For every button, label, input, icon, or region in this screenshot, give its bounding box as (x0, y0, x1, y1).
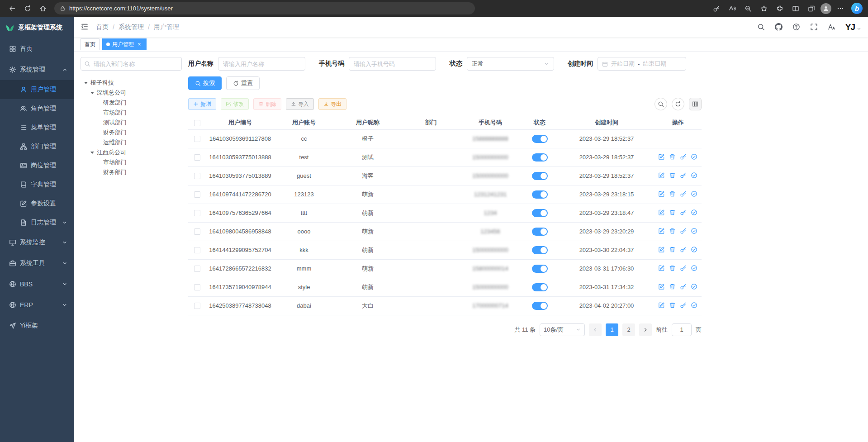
delete-icon[interactable] (669, 302, 676, 309)
tree-node[interactable]: 财务部门 (81, 128, 182, 138)
help-icon[interactable] (792, 23, 800, 31)
reset-password-icon[interactable] (680, 283, 687, 290)
table-row[interactable]: 1641735719040978944 style 萌新 15000000000… (188, 278, 702, 296)
tree-node[interactable]: 运维部门 (81, 138, 182, 147)
status-toggle[interactable] (532, 302, 548, 310)
search-button[interactable]: 搜索 (188, 76, 222, 90)
delete-icon[interactable] (669, 228, 676, 234)
assign-role-icon[interactable] (691, 246, 697, 253)
reset-password-icon[interactable] (680, 228, 687, 234)
site-permissions-icon[interactable] (60, 5, 66, 11)
sidebar-item-system-tools[interactable]: 系统工具 (0, 253, 74, 274)
reset-password-icon[interactable] (680, 246, 687, 253)
column-settings-button[interactable] (689, 98, 702, 110)
user-menu[interactable]: YJ (845, 23, 861, 31)
zoom-icon[interactable] (741, 2, 755, 15)
row-checkbox[interactable] (194, 228, 200, 235)
edit-icon[interactable] (658, 228, 665, 234)
status-toggle[interactable] (532, 153, 548, 162)
tree-node[interactable]: 测试部门 (81, 118, 182, 128)
app-logo[interactable]: 意框架管理系统 (0, 17, 74, 38)
status-toggle[interactable] (532, 172, 548, 180)
dept-search-input[interactable] (81, 57, 182, 71)
delete-icon[interactable] (669, 283, 676, 290)
sidebar-item-user-management[interactable]: 用户管理 (0, 80, 74, 99)
reset-password-icon[interactable] (680, 209, 687, 216)
github-icon[interactable] (775, 23, 783, 31)
row-checkbox[interactable] (194, 247, 200, 253)
tree-caret-icon[interactable] (90, 92, 94, 94)
table-row[interactable]: 1641030593775013889 guest 游客 15000000000… (188, 166, 702, 185)
breadcrumb-system[interactable]: 系统管理 (119, 23, 144, 31)
edit-icon[interactable] (658, 153, 665, 160)
table-row[interactable]: 1641097441472286720 123123 萌新 1231241231… (188, 185, 702, 204)
tree-caret-icon[interactable] (84, 82, 88, 84)
date-range-picker[interactable]: 开始日期 - 结束日期 (598, 57, 686, 71)
tree-node[interactable]: 研发部门 (81, 98, 182, 108)
assign-role-icon[interactable] (691, 190, 697, 197)
sidebar-item-system-management[interactable]: 系统管理 (0, 59, 74, 80)
tree-node[interactable]: 市场部门 (81, 108, 182, 118)
header-search-icon[interactable] (757, 23, 765, 31)
row-checkbox[interactable] (194, 173, 200, 179)
sidebar-item-bbs[interactable]: BBS (0, 274, 74, 295)
page-size-select[interactable]: 10条/页 (540, 323, 585, 336)
delete-icon[interactable] (669, 246, 676, 253)
split-screen-icon[interactable] (789, 2, 802, 15)
breadcrumb-home[interactable]: 首页 (96, 23, 109, 31)
edit-icon[interactable] (658, 190, 665, 197)
sidebar-item-system-monitor[interactable]: 系统监控 (0, 232, 74, 253)
browser-home-button[interactable] (36, 2, 50, 15)
table-row[interactable]: 1641097576365297664 tttt 萌新 1234 2023-03… (188, 204, 702, 222)
assign-role-icon[interactable] (691, 283, 697, 290)
copilot-icon[interactable]: b (851, 3, 863, 14)
delete-icon[interactable] (669, 172, 676, 179)
reset-password-icon[interactable] (680, 172, 687, 179)
sidebar-item-dict-management[interactable]: 字典管理 (0, 175, 74, 194)
tab-home[interactable]: 首页 (81, 38, 100, 50)
reset-password-icon[interactable] (680, 190, 687, 197)
table-row[interactable]: 1642503897748738048 dabai 大白 17000000714… (188, 296, 702, 315)
row-checkbox[interactable] (194, 303, 200, 309)
tab-user-management[interactable]: 用户管理 × (102, 38, 147, 50)
reset-password-icon[interactable] (680, 265, 687, 271)
sidebar-fold-icon[interactable] (81, 23, 90, 32)
tree-node[interactable]: 市场部门 (81, 157, 182, 167)
tree-caret-icon[interactable] (90, 152, 94, 154)
reset-password-icon[interactable] (680, 153, 687, 160)
export-button[interactable]: 导出 (318, 98, 346, 110)
add-button[interactable]: 新增 (188, 98, 216, 110)
sidebar-item-yi-framework[interactable]: Yi框架 (0, 315, 74, 336)
sidebar-item-home[interactable]: 首页 (0, 38, 74, 59)
status-toggle[interactable] (532, 283, 548, 291)
browser-back-button[interactable] (5, 2, 19, 15)
row-checkbox[interactable] (194, 154, 200, 161)
delete-icon[interactable] (669, 190, 676, 197)
delete-icon[interactable] (669, 209, 676, 216)
fullscreen-icon[interactable] (810, 23, 818, 31)
delete-button[interactable]: 删除 (253, 98, 281, 110)
sidebar-item-dept-management[interactable]: 部门管理 (0, 137, 74, 156)
extensions-icon[interactable] (773, 2, 787, 15)
status-toggle[interactable] (532, 246, 548, 254)
table-row[interactable]: 1641030593775013888 test 测试 15000000000 … (188, 148, 702, 166)
password-key-icon[interactable] (710, 2, 723, 15)
row-checkbox[interactable] (194, 191, 200, 198)
collections-icon[interactable] (805, 2, 818, 15)
browser-menu-icon[interactable] (834, 2, 847, 15)
tree-node[interactable]: 橙子科技 (81, 78, 182, 88)
page-1-button[interactable]: 1 (606, 323, 618, 336)
font-size-icon[interactable] (828, 23, 835, 31)
edit-icon[interactable] (658, 172, 665, 179)
import-button[interactable]: 导入 (286, 98, 314, 110)
edit-icon[interactable] (658, 246, 665, 253)
edit-icon[interactable] (658, 265, 665, 271)
browser-profile-avatar[interactable] (821, 3, 831, 14)
table-row[interactable]: 1641728665572216832 mmm 萌新 15800000014 2… (188, 259, 702, 278)
edit-button[interactable]: 修改 (221, 98, 249, 110)
status-toggle[interactable] (532, 190, 548, 199)
sidebar-item-role-management[interactable]: 角色管理 (0, 99, 74, 118)
assign-role-icon[interactable] (691, 302, 697, 309)
status-toggle[interactable] (532, 209, 548, 217)
row-checkbox[interactable] (194, 210, 200, 216)
